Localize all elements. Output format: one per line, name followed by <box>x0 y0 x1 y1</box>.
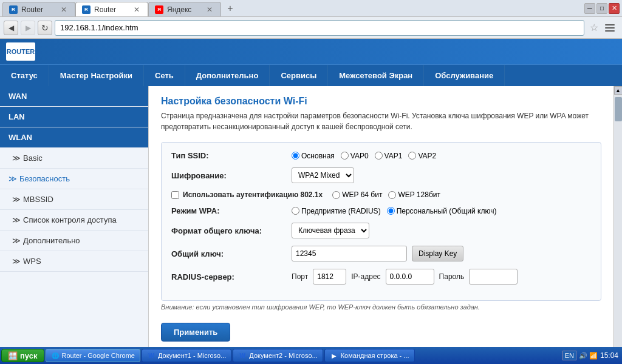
refresh-button[interactable]: ↻ <box>38 21 52 35</box>
nav-services[interactable]: Сервисы <box>270 65 328 86</box>
main-layout: WAN LAN WLAN ≫Basic ≫Безопасность ≫MBSSI… <box>0 86 622 364</box>
sidebar-wlan[interactable]: WLAN <box>0 127 148 148</box>
forward-button[interactable]: ▶ <box>21 21 35 35</box>
menu-button[interactable] <box>604 21 618 35</box>
taskbar-chrome[interactable]: 🌐 Router - Google Chrome <box>46 349 140 362</box>
browser-tab-3[interactable]: Я Яндекс ✕ <box>148 2 221 16</box>
ssid-radio-vap0-input[interactable] <box>341 152 349 160</box>
scrollbar[interactable]: ▲ ▼ <box>613 86 622 364</box>
taskbar-cmd-label: Командная строка - ... <box>341 352 409 359</box>
key-format-select[interactable]: Ключевая фраза Hex <box>292 223 369 238</box>
back-button[interactable]: ◀ <box>4 21 18 35</box>
maximize-btn[interactable]: □ <box>596 3 607 14</box>
shared-key-input[interactable] <box>292 246 407 261</box>
sidebar-additional[interactable]: ≫Дополнительно <box>0 231 148 251</box>
page-title: Настройка безопасности Wi-Fi <box>161 96 601 107</box>
wpa-enterprise-input[interactable] <box>292 207 299 215</box>
taskbar-cmd[interactable]: ▶ Командная строка - ... <box>324 349 415 362</box>
ssid-type-row: Тип SSID: Основная VAP0 VAP1 <box>171 151 591 160</box>
ssid-radio-vap1[interactable]: VAP1 <box>375 152 403 160</box>
ssid-radio-main-input[interactable] <box>292 152 299 160</box>
start-button[interactable]: 🪟 пуск <box>1 349 44 362</box>
tab3-label: Яндекс <box>167 5 191 14</box>
wep-type-group: WEP 64 бит WEP 128бит <box>332 190 440 199</box>
nav-maintenance[interactable]: Обслуживание <box>424 65 505 86</box>
scroll-up-btn[interactable]: ▲ <box>614 86 623 95</box>
sidebar-acl[interactable]: ≫Список контроля доступа <box>0 210 148 231</box>
pass-label: Пароль <box>439 272 465 281</box>
radius-server-row: RADIUS-сервер: Порт IP-адрес Пароль <box>171 269 591 285</box>
radius-port-input[interactable] <box>313 269 346 285</box>
encryption-row: Шифрование: WPA2 Mixed WPA WPA2 WEP <box>171 167 591 183</box>
router-header: ROUTER <box>0 39 622 64</box>
sidebar-security[interactable]: ≫Безопасность <box>0 169 148 189</box>
wep128-radio[interactable]: WEP 128бит <box>388 190 440 199</box>
auth8021x-checkbox[interactable] <box>171 191 179 199</box>
tab2-close-btn[interactable]: ✕ <box>132 5 142 15</box>
wep128-radio-input[interactable] <box>388 191 396 199</box>
start-icon: 🪟 <box>8 351 18 360</box>
radius-ip-input[interactable] <box>386 269 434 285</box>
wpa-personal-input[interactable] <box>387 207 395 215</box>
browser-tab-2[interactable]: R Router ✕ <box>75 2 148 16</box>
sidebar-wan[interactable]: WAN <box>0 86 148 107</box>
start-label: пуск <box>20 351 38 360</box>
wpa-enterprise-label: Предприятие (RADIUS) <box>301 207 381 215</box>
wpa-enterprise-radio[interactable]: Предприятие (RADIUS) <box>292 207 381 215</box>
apply-button[interactable]: Применить <box>161 323 230 342</box>
nav-advanced[interactable]: Дополнительно <box>185 65 270 86</box>
router-nav: Статус Мастер Настройки Сеть Дополнитель… <box>0 64 622 86</box>
taskbar-chrome-label: Router - Google Chrome <box>62 352 135 359</box>
auth8021x-checkbox-label[interactable]: Использовать аутентификацию 802.1x <box>171 190 323 199</box>
sidebar-wps[interactable]: ≫WPS <box>0 251 148 272</box>
close-btn[interactable]: ✕ <box>609 3 620 14</box>
nav-status[interactable]: Статус <box>0 65 49 86</box>
encryption-select[interactable]: WPA2 Mixed WPA WPA2 WEP <box>292 167 354 183</box>
wifi-security-form: Тип SSID: Основная VAP0 VAP1 <box>161 142 601 301</box>
nav-firewall[interactable]: Межсетевой Экран <box>328 65 424 86</box>
display-key-button[interactable]: Display Key <box>412 246 463 261</box>
sys-tray-icons: 🔊 📶 <box>579 352 598 360</box>
ip-label: IP-адрес <box>351 272 380 281</box>
wpa-mode-row: Режим WPA: Предприятие (RADIUS) Персонал… <box>171 206 591 215</box>
bookmark-button[interactable]: ☆ <box>587 21 601 35</box>
wep64-radio[interactable]: WEP 64 бит <box>332 190 382 199</box>
warning-text: Внимание: если установлен тип шифрования… <box>161 303 601 311</box>
ssid-main-label: Основная <box>301 152 335 160</box>
tab3-close-btn[interactable]: ✕ <box>205 5 214 15</box>
wep128-label: WEP 128бит <box>398 190 440 199</box>
taskbar-word2[interactable]: W Документ2 - Microsо... <box>233 349 323 362</box>
clock: 15:04 <box>600 351 618 360</box>
key-format-row: Формат общего ключа: Ключевая фраза Hex <box>171 223 591 238</box>
tab2-favicon: R <box>82 5 91 14</box>
ssid-radio-vap0[interactable]: VAP0 <box>341 152 369 160</box>
wep64-radio-input[interactable] <box>332 191 340 199</box>
minimize-btn[interactable]: ─ <box>584 3 595 14</box>
scroll-thumb[interactable] <box>615 97 622 121</box>
sidebar-basic[interactable]: ≫Basic <box>0 148 148 169</box>
ssid-radio-main[interactable]: Основная <box>292 152 335 160</box>
word1-icon: W <box>147 351 156 360</box>
radius-pass-input[interactable] <box>469 269 518 285</box>
new-tab-button[interactable]: + <box>222 2 238 15</box>
tab1-close-btn[interactable]: ✕ <box>59 5 69 15</box>
ssid-radio-vap1-input[interactable] <box>375 152 383 160</box>
address-bar[interactable] <box>55 20 584 36</box>
sidebar-mbssid[interactable]: ≫MBSSID <box>0 189 148 210</box>
encryption-label: Шифрование: <box>171 171 287 180</box>
taskbar-word1[interactable]: W Документ1 - Microsо... <box>142 349 231 362</box>
ssid-radio-vap2-input[interactable] <box>408 152 416 160</box>
nav-wizard[interactable]: Мастер Настройки <box>49 65 144 86</box>
tab1-favicon: R <box>9 5 18 14</box>
taskbar: 🪟 пуск 🌐 Router - Google Chrome W Докуме… <box>0 347 622 364</box>
ssid-radio-vap2[interactable]: VAP2 <box>408 152 436 160</box>
sidebar-lan[interactable]: LAN <box>0 107 148 127</box>
radius-server-label: RADIUS-сервер: <box>171 272 287 281</box>
ssid-type-label: Тип SSID: <box>171 151 287 160</box>
tab2-label: Router <box>94 5 116 14</box>
word2-icon: W <box>238 351 247 360</box>
browser-tab-1[interactable]: R Router ✕ <box>2 2 75 16</box>
nav-network[interactable]: Сеть <box>144 65 185 86</box>
wpa-personal-radio[interactable]: Персональный (Общий ключ) <box>387 207 497 215</box>
lang-indicator: EN <box>562 351 576 360</box>
